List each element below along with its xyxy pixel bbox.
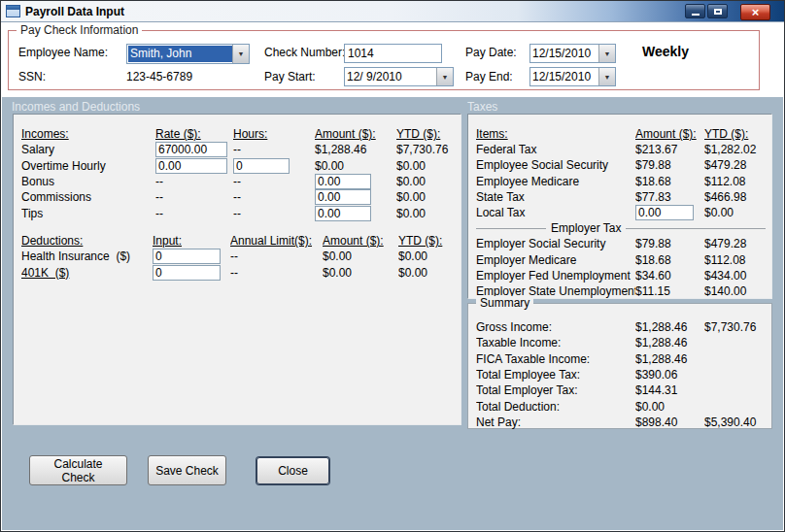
employer-tax-header: Employer Tax (551, 221, 621, 235)
calculate-check-button[interactable]: Calculate Check (29, 455, 127, 485)
tax-row-label: Employer Medicare (476, 253, 635, 267)
tips-amount-input[interactable] (315, 206, 371, 221)
pay-date-picker[interactable]: 12/15/2010 ▼ (529, 44, 616, 63)
col-deductions: Deductions: (21, 234, 153, 248)
state-tax-ytd: $466.98 (704, 190, 766, 204)
window-title: Payroll Data Input (25, 5, 124, 18)
401k-input[interactable] (153, 265, 221, 281)
summary-row-label: Total Employee Tax: (476, 368, 635, 382)
summary-row-label: Total Deduction: (476, 400, 635, 414)
chevron-down-icon[interactable]: ▼ (232, 45, 249, 63)
emp-ss-ytd: $479.28 (704, 158, 766, 172)
col-ytd: YTD ($): (398, 234, 455, 248)
col-ytd: YTD ($): (704, 127, 766, 141)
income-row-label: Commissions (21, 190, 155, 204)
payroll-window: Payroll Data Input × Pay Check Informati… (0, 0, 785, 532)
app-icon (6, 5, 20, 17)
overtime-amount-value: $0.00 (315, 159, 396, 173)
taxes-header: Taxes (467, 100, 497, 114)
income-row-label: Tips (21, 207, 155, 220)
maximize-button[interactable] (707, 4, 728, 18)
overtime-hours-cell (233, 158, 315, 174)
salary-hours-value: -- (233, 143, 315, 156)
employee-name-select[interactable]: Smith, John ▼ (126, 44, 250, 64)
col-ytd: YTD ($): (396, 127, 453, 141)
pay-start-value: 12/ 9/2010 (345, 68, 436, 85)
incomes-deductions-panel: Incomes: Rate ($): Hours: Amount ($): YT… (13, 114, 461, 425)
pay-end-label: Pay End: (465, 70, 513, 83)
save-check-button[interactable]: Save Check (148, 455, 226, 485)
commissions-hours-value: -- (233, 190, 315, 204)
commissions-ytd-value: $0.00 (396, 190, 453, 204)
tips-ytd-value: $0.00 (396, 207, 453, 220)
total-employer-tax-value: $144.31 (635, 383, 704, 397)
federal-tax-ytd: $1,282.02 (704, 143, 766, 156)
minimize-button[interactable] (685, 4, 705, 18)
tax-row-label: Employer Social Security (476, 237, 635, 250)
local-tax-input[interactable] (635, 205, 694, 220)
summary-group: Summary Gross Income: $1,288.46 $7,730.7… (467, 303, 772, 429)
401k-input-cell (153, 265, 230, 281)
lower-region: Incomes and Deductions Taxes Incomes: Ra… (2, 97, 783, 530)
close-window-button[interactable]: × (740, 4, 770, 20)
pay-start-picker[interactable]: 12/ 9/2010 ▼ (344, 67, 454, 86)
salary-rate-input[interactable] (155, 142, 227, 157)
bonus-rate-value: -- (155, 175, 233, 188)
paycheck-info-legend: Pay Check Information (17, 23, 142, 37)
col-input: Input: (153, 234, 230, 248)
check-number-input[interactable] (344, 44, 442, 63)
pay-date-value: 12/15/2010 (530, 45, 598, 62)
commissions-amount-input[interactable] (315, 189, 371, 205)
employer-medicare-ytd: $112.08 (704, 253, 766, 267)
pay-end-value: 12/15/2010 (530, 68, 598, 85)
deduction-row-label: Health Insurance ($) (21, 249, 153, 263)
taxes-table: Items: Amount ($): YTD ($): Federal Tax … (476, 126, 766, 299)
pay-date-label: Pay Date: (465, 46, 517, 59)
pay-end-picker[interactable]: 12/15/2010 ▼ (529, 67, 616, 86)
summary-row-label: FICA Taxable Income: (476, 352, 635, 366)
fica-taxable-value: $1,288.46 (635, 352, 704, 366)
health-insurance-ytd-value: $0.00 (398, 249, 455, 263)
state-tax-amount: $77.83 (635, 190, 704, 204)
employer-medicare-amount: $18.68 (635, 253, 704, 267)
ssn-value: 123-45-6789 (126, 70, 192, 83)
chevron-down-icon[interactable]: ▼ (598, 45, 615, 62)
net-pay-ytd: $5,390.40 (704, 416, 766, 429)
incomes-deductions-header: Incomes and Deductions (12, 100, 140, 114)
employer-ss-amount: $79.88 (635, 237, 704, 250)
deduction-row-label-401k[interactable]: 401K ($) (21, 266, 153, 280)
401k-limit-value: -- (230, 266, 323, 280)
tax-row-label: Local Tax (476, 206, 635, 219)
overtime-hours-input[interactable] (233, 158, 290, 174)
health-insurance-input[interactable] (153, 249, 221, 264)
salary-rate-cell (155, 142, 233, 157)
col-hours: Hours: (233, 127, 315, 141)
check-number-label: Check Number: (264, 46, 345, 59)
taxes-panel: Items: Amount ($): YTD ($): Federal Tax … (467, 114, 772, 299)
total-employee-tax-value: $390.06 (635, 368, 704, 382)
title-bar[interactable]: Payroll Data Input (1, 1, 784, 22)
401k-amount-value: $0.00 (323, 266, 398, 280)
net-pay-value: $898.40 (635, 416, 704, 429)
local-tax-input-cell (635, 205, 704, 220)
window-controls: × (685, 4, 770, 20)
emp-medicare-amount: $18.68 (635, 175, 704, 188)
overtime-rate-input[interactable] (155, 158, 227, 174)
chevron-down-icon[interactable]: ▼ (598, 68, 615, 85)
close-button[interactable]: Close (256, 457, 329, 484)
gross-income-ytd: $7,730.76 (704, 320, 766, 334)
income-row-label: Overtime Hourly (21, 159, 155, 173)
maximize-icon (714, 9, 722, 15)
emp-medicare-ytd: $112.08 (704, 175, 766, 188)
employer-fed-unemp-ytd: $434.00 (704, 269, 766, 283)
total-deduction-value: $0.00 (635, 400, 704, 414)
bonus-amount-input[interactable] (315, 174, 371, 189)
commissions-rate-value: -- (155, 190, 233, 204)
col-annual-limit: Annual Limit($): (230, 234, 323, 248)
commissions-amount-cell (315, 189, 396, 205)
col-rate: Rate ($): (155, 127, 233, 141)
chevron-down-icon[interactable]: ▼ (436, 68, 453, 85)
summary-table: Gross Income: $1,288.46 $7,730.76 Taxabl… (476, 319, 766, 430)
col-incomes: Incomes: (21, 127, 155, 141)
bonus-hours-value: -- (233, 175, 315, 188)
